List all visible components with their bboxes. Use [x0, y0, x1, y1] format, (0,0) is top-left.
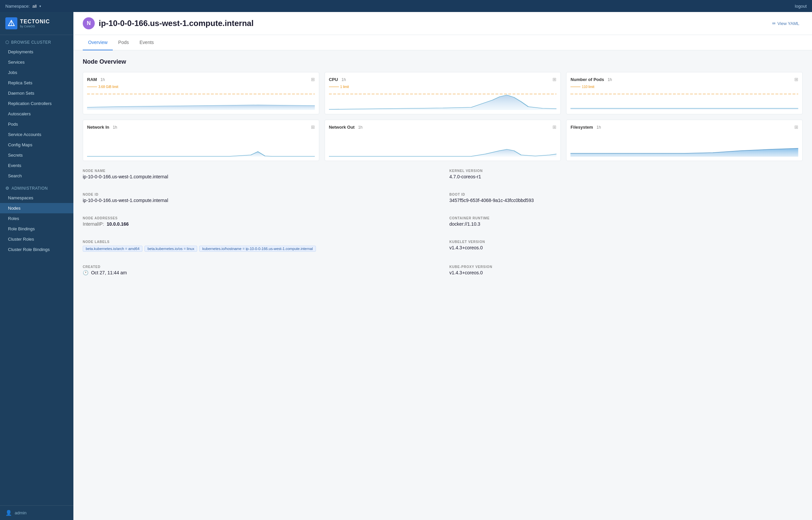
- network-in-chart-title-group: Network In 1h: [87, 124, 117, 130]
- label-badge-hostname: kubernetes.io/hostname = ip-10-0-0-166.u…: [199, 246, 316, 252]
- sidebar-item-role-bindings[interactable]: Role Bindings: [0, 224, 73, 234]
- node-badge: N: [83, 17, 95, 29]
- node-addresses-ip: 10.0.0.166: [107, 221, 129, 227]
- cpu-chart-grid-icon[interactable]: ⊞: [552, 77, 557, 82]
- network-out-chart-card: Network Out 1h ⊞: [325, 120, 561, 161]
- sidebar-item-search[interactable]: Search: [0, 171, 73, 181]
- node-addresses-value: InternalIP: 10.0.0.166: [83, 221, 436, 227]
- sidebar-item-replica-sets[interactable]: Replica Sets: [0, 78, 73, 88]
- kube-proxy-version-value: v1.4.3+coreos.0: [449, 270, 803, 275]
- sidebar-item-replication-controllers[interactable]: Replication Controllers: [0, 98, 73, 109]
- kube-proxy-version-label: KUBE-PROXY VERSION: [449, 265, 803, 269]
- sidebar-item-roles[interactable]: Roles: [0, 213, 73, 224]
- node-id-label: NODE ID: [83, 193, 436, 196]
- tab-events[interactable]: Events: [134, 35, 159, 50]
- tab-pods[interactable]: Pods: [113, 35, 134, 50]
- sidebar-item-events[interactable]: Events: [0, 160, 73, 171]
- node-addresses-prefix: InternalIP:: [83, 221, 104, 227]
- label-badge-arch: beta.kubernetes.io/arch = amd64: [83, 246, 143, 252]
- ram-chart-area: [87, 90, 315, 110]
- browse-cluster-icon: ⬡: [5, 40, 9, 45]
- filesystem-timeframe: 1h: [596, 125, 601, 130]
- cpu-chart-title: CPU: [329, 77, 338, 82]
- sidebar-item-services[interactable]: Services: [0, 57, 73, 67]
- cpu-chart-header: CPU 1h ⊞: [329, 76, 557, 82]
- admin-username: admin: [15, 510, 26, 515]
- tab-overview[interactable]: Overview: [83, 35, 113, 50]
- num-pods-chart-grid-icon[interactable]: ⊞: [794, 77, 798, 82]
- network-out-timeframe: 1h: [358, 125, 362, 130]
- num-pods-chart-card: Number of Pods 1h ⊞ 110 limit: [566, 72, 803, 114]
- boot-id-field: BOOT ID 3457f5c9-653f-4068-9a1c-43fcc0bb…: [449, 193, 803, 203]
- chevron-down-icon: ▾: [39, 4, 41, 8]
- sidebar-item-autoscalers[interactable]: Autoscalers: [0, 109, 73, 119]
- num-pods-limit-line: 110 limit: [570, 85, 798, 89]
- sidebar-item-nodes[interactable]: Nodes: [0, 203, 73, 213]
- filesystem-chart-header: Filesystem 1h ⊞: [570, 124, 798, 130]
- kubelet-version-value: v1.4.3+coreos.0: [449, 245, 803, 250]
- admin-user: 👤 admin: [0, 505, 73, 520]
- node-labels-row: beta.kubernetes.io/arch = amd64 beta.kub…: [83, 246, 436, 252]
- node-id-field: NODE ID ip-10-0-0-166.us-west-1.compute.…: [83, 193, 436, 203]
- filesystem-chart-title: Filesystem: [570, 125, 593, 130]
- kubelet-version-field: KUBELET VERSION v1.4.3+coreos.0: [449, 240, 803, 252]
- network-out-chart-area: [329, 137, 557, 157]
- content-area: N ip-10-0-0-166.us-west-1.compute.intern…: [73, 12, 812, 520]
- filesystem-chart-grid-icon[interactable]: ⊞: [794, 124, 798, 130]
- page-header: N ip-10-0-0-166.us-west-1.compute.intern…: [73, 12, 812, 35]
- node-labels-label: NODE LABELS: [83, 240, 436, 244]
- sidebar-item-service-accounts[interactable]: Service Accounts: [0, 129, 73, 140]
- node-name-value: ip-10-0-0-166.us-west-1.compute.internal: [83, 174, 436, 179]
- sidebar-item-cluster-role-bindings[interactable]: Cluster Role Bindings: [0, 244, 73, 255]
- kubelet-version-label: KUBELET VERSION: [449, 240, 803, 244]
- node-addresses-label: NODE ADDRESSES: [83, 216, 436, 220]
- user-icon: 👤: [5, 510, 12, 516]
- sidebar-item-secrets[interactable]: Secrets: [0, 150, 73, 160]
- svg-marker-9: [329, 149, 557, 157]
- boot-id-label: BOOT ID: [449, 193, 803, 196]
- sidebar-logo: TECTONIC by CoreOS: [0, 12, 73, 35]
- created-date: Oct 27, 11:44 am: [91, 270, 127, 275]
- created-label: CREATED: [83, 265, 436, 269]
- namespace-value: all: [32, 4, 37, 9]
- sidebar-item-daemon-sets[interactable]: Daemon Sets: [0, 88, 73, 98]
- network-out-chart-title: Network Out: [329, 125, 354, 130]
- svg-marker-3: [87, 105, 315, 110]
- cpu-timeframe: 1h: [342, 77, 346, 82]
- node-name-field: NODE NAME ip-10-0-0-166.us-west-1.comput…: [83, 169, 436, 179]
- node-id-value: ip-10-0-0-166.us-west-1.compute.internal: [83, 198, 436, 203]
- node-name-label: NODE NAME: [83, 169, 436, 173]
- logo-text: TECTONIC by CoreOS: [20, 19, 50, 28]
- namespace-label: Namespace:: [5, 4, 30, 9]
- logo-subtitle: by CoreOS: [20, 25, 50, 28]
- sidebar-item-cluster-roles[interactable]: Cluster Roles: [0, 234, 73, 244]
- sidebar-item-namespaces[interactable]: Namespaces: [0, 193, 73, 203]
- network-in-chart-header: Network In 1h ⊞: [87, 124, 315, 130]
- num-pods-timeframe: 1h: [608, 77, 612, 82]
- kernel-version-field: KERNEL VERSION 4.7.0-coreos-r1: [449, 169, 803, 179]
- network-in-chart-card: Network In 1h ⊞: [83, 120, 319, 161]
- boot-id-value: 3457f5c9-653f-4068-9a1c-43fcc0bbd593: [449, 198, 803, 203]
- label-badge-os: beta.kubernetes.io/os = linux: [144, 246, 197, 252]
- view-yaml-button[interactable]: ⌨ View YAML: [769, 18, 803, 29]
- charts-grid: RAM 1h ⊞ 3.68 GiB limit: [83, 72, 803, 161]
- network-in-chart-grid-icon[interactable]: ⊞: [311, 124, 315, 130]
- administration-header: ⚙ Administration: [0, 181, 73, 193]
- namespace-selector[interactable]: Namespace: all ▾: [5, 4, 41, 9]
- browse-cluster-header: ⬡ Browse Cluster: [0, 35, 73, 47]
- network-out-chart-title-group: Network Out 1h: [329, 124, 363, 130]
- logout-button[interactable]: logout: [795, 4, 807, 9]
- network-out-chart-header: Network Out 1h ⊞: [329, 124, 557, 130]
- sidebar-item-deployments[interactable]: Deployments: [0, 47, 73, 57]
- administration-label: Administration: [12, 186, 48, 191]
- ram-chart-grid-icon[interactable]: ⊞: [311, 77, 315, 82]
- cpu-chart-title-group: CPU 1h: [329, 76, 346, 82]
- page-title-row: N ip-10-0-0-166.us-west-1.compute.intern…: [83, 17, 253, 29]
- sidebar-item-config-maps[interactable]: Config Maps: [0, 140, 73, 150]
- ram-chart-title-group: RAM 1h: [87, 76, 105, 82]
- network-out-chart-grid-icon[interactable]: ⊞: [552, 124, 557, 130]
- tabs-bar: Overview Pods Events: [73, 35, 812, 50]
- sidebar-item-jobs[interactable]: Jobs: [0, 67, 73, 78]
- sidebar-item-pods[interactable]: Pods: [0, 119, 73, 129]
- topbar: Namespace: all ▾ logout: [0, 0, 812, 12]
